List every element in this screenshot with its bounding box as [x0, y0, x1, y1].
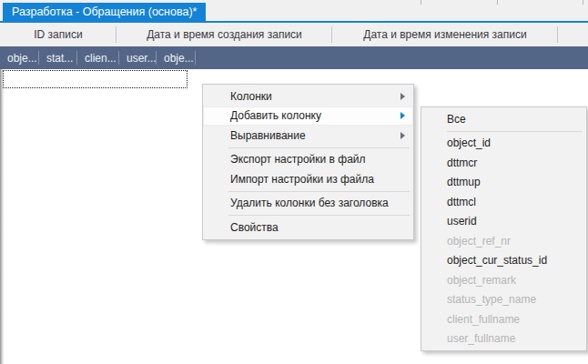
submenu-item-label: object_remark [447, 274, 516, 287]
submenu-item-label: dttmup [447, 176, 481, 188]
context-menu-item-label: Свойства [230, 221, 279, 234]
context-menu-item-label: Импорт настройки из файла [230, 173, 374, 186]
submenu-item-label: status_type_name [447, 293, 536, 306]
band-header-row: ID записиДата и время создания записиДат… [0, 23, 588, 46]
submenu-item: status_type_name [421, 290, 586, 310]
app-window: Разработка - Обращения (основа)* ID запи… [0, 0, 588, 364]
active-document-tab[interactable]: Разработка - Обращения (основа)* [3, 3, 206, 21]
column-header-row: obje...stat...clien...user...obje... [0, 46, 588, 69]
column-header-cell[interactable]: stat... [39, 46, 77, 69]
column-header-cell[interactable]: clien... [77, 46, 119, 69]
context-menu-item[interactable]: Свойства [203, 217, 413, 238]
submenu-item-label: user_fullname [447, 332, 515, 345]
column-header-filler [196, 46, 588, 69]
submenu-item-label: object_id [447, 136, 491, 149]
context-menu-item-label: Добавить колонку [230, 109, 321, 122]
tabstrip-tick [421, 0, 421, 5]
band-header-cell[interactable]: Дата и время создания записи [117, 23, 332, 46]
context-menu-item-label: Экспорт настройки в файл [230, 153, 366, 166]
submenu-item: object_remark [421, 270, 586, 290]
context-menu-item[interactable]: Колонки [203, 86, 413, 106]
submenu-item-label: client_fullname [447, 313, 520, 326]
grid-context-menu: КолонкиДобавить колонкуВыравниваниеЭкспо… [202, 84, 414, 240]
context-menu-separator [228, 147, 410, 148]
context-menu-item[interactable]: Добавить колонку [203, 106, 413, 126]
submenu-item-label: dttmcr [447, 157, 477, 169]
context-menu-item[interactable]: Импорт настройки из файла [203, 169, 413, 189]
submenu-item[interactable]: dttmcr [421, 153, 586, 173]
document-tab-strip: Разработка - Обращения (основа)* [0, 0, 588, 23]
submenu-arrow-icon [400, 112, 405, 119]
row-indicator-strip [0, 69, 4, 364]
submenu-item[interactable]: object_cur_status_id [421, 251, 586, 271]
focused-grid-cell[interactable] [3, 70, 188, 88]
context-menu-item[interactable]: Выравнивание [203, 126, 413, 146]
submenu-item-label: userid [447, 215, 477, 228]
tabstrip-tick [497, 0, 498, 5]
submenu-item: user_fullname [421, 329, 586, 349]
band-header-cell[interactable]: Дата и время изменения записи [332, 23, 558, 46]
band-header-filler [558, 23, 588, 46]
submenu-item[interactable]: userid [421, 212, 586, 232]
column-header-cell[interactable]: user... [119, 46, 157, 69]
column-header-cell[interactable]: obje... [157, 46, 196, 69]
context-menu-item-label: Удалить колонки без заголовка [230, 197, 389, 209]
column-header-cell[interactable]: obje... [0, 46, 39, 69]
context-menu-item-label: Колонки [230, 90, 272, 103]
band-header-cell[interactable]: ID записи [0, 23, 117, 46]
submenu-item: client_fullname [421, 309, 586, 329]
submenu-item: object_ref_nr [421, 231, 586, 251]
submenu-arrow-icon [400, 93, 405, 100]
submenu-item[interactable]: Все [421, 109, 586, 129]
context-menu-item-label: Выравнивание [230, 129, 306, 142]
context-menu-item[interactable]: Удалить колонки без заголовка [203, 194, 413, 214]
submenu-item[interactable]: dttmcl [421, 192, 586, 212]
context-menu-separator [228, 215, 410, 216]
context-menu-separator [228, 191, 410, 192]
submenu-arrow-icon [400, 132, 405, 139]
add-column-submenu: Всеobject_iddttmcrdttmupdttmcluseridobje… [421, 106, 587, 351]
submenu-item-label: Все [447, 113, 466, 126]
submenu-item-label: dttmcl [447, 196, 476, 208]
submenu-item-label: object_cur_status_id [447, 254, 547, 267]
submenu-item[interactable]: object_id [421, 134, 586, 154]
submenu-item[interactable]: dttmup [421, 173, 586, 193]
context-menu-item[interactable]: Экспорт настройки в файл [203, 150, 413, 170]
submenu-separator [447, 131, 583, 132]
submenu-item-label: object_ref_nr [447, 235, 511, 248]
tabstrip-tick [583, 0, 583, 5]
